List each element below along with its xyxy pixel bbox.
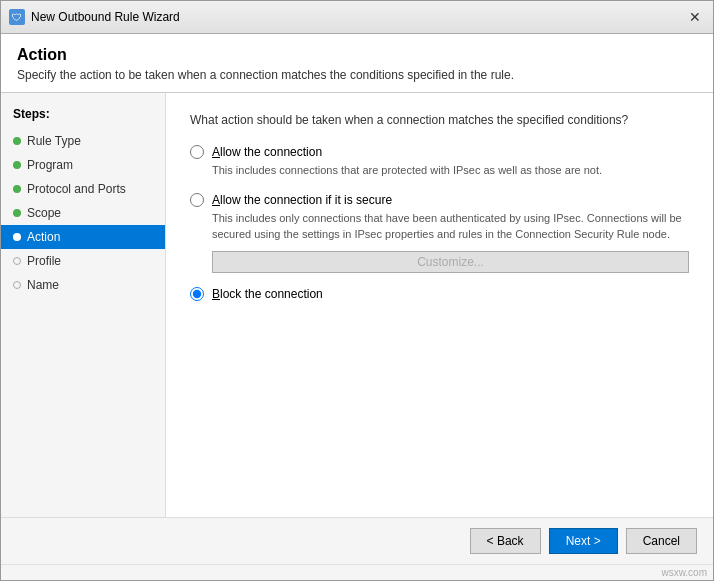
dot-protocol-ports [13,185,21,193]
option-allow: Allow the connection This includes conne… [190,145,689,179]
sidebar-label-rule-type: Rule Type [27,134,81,148]
option-block-title: Block the connection [212,287,323,301]
dot-rule-type [13,137,21,145]
page-title: Action [17,46,697,64]
sidebar-item-action: Action [1,225,165,249]
sidebar: Steps: Rule Type Program Protocol and Po… [1,93,166,517]
option-allow-title: Allow the connection [212,145,322,159]
title-bar: 🛡 New Outbound Rule Wizard ✕ [1,1,713,34]
dot-profile [13,257,21,265]
dot-scope [13,209,21,217]
main-panel: What action should be taken when a conne… [166,93,713,517]
option-allow-secure: Allow the connection if it is secure Thi… [190,193,689,273]
header-section: Action Specify the action to be taken wh… [1,34,713,93]
sidebar-item-profile: Profile [1,249,165,273]
sidebar-label-name: Name [27,278,59,292]
wizard-window: 🛡 New Outbound Rule Wizard ✕ Action Spec… [0,0,714,581]
content-area: Steps: Rule Type Program Protocol and Po… [1,93,713,517]
radio-allow[interactable] [190,145,204,159]
option-allow-secure-title: Allow the connection if it is secure [212,193,392,207]
sidebar-label-profile: Profile [27,254,61,268]
watermark: wsxw.com [1,564,713,580]
dot-name [13,281,21,289]
customize-button[interactable]: Customize... [212,251,689,273]
option-allow-desc: This includes connections that are prote… [212,162,689,179]
option-allow-label[interactable]: Allow the connection [190,145,689,159]
window-title: New Outbound Rule Wizard [31,10,180,24]
window-icon: 🛡 [9,9,25,25]
cancel-button[interactable]: Cancel [626,528,697,554]
dot-program [13,161,21,169]
header-description: Specify the action to be taken when a co… [17,68,697,82]
question-text: What action should be taken when a conne… [190,113,689,127]
footer: < Back Next > Cancel [1,517,713,564]
option-block-label[interactable]: Block the connection [190,287,689,301]
sidebar-label-protocol-ports: Protocol and Ports [27,182,126,196]
sidebar-label-scope: Scope [27,206,61,220]
dot-action [13,233,21,241]
sidebar-label-action: Action [27,230,60,244]
sidebar-label-program: Program [27,158,73,172]
sidebar-item-scope: Scope [1,201,165,225]
radio-block[interactable] [190,287,204,301]
close-button[interactable]: ✕ [685,7,705,27]
option-block: Block the connection [190,287,689,301]
option-allow-secure-desc: This includes only connections that have… [212,210,689,243]
sidebar-item-program: Program [1,153,165,177]
back-button[interactable]: < Back [470,528,541,554]
radio-allow-secure[interactable] [190,193,204,207]
sidebar-heading: Steps: [1,103,165,129]
next-button[interactable]: Next > [549,528,618,554]
title-bar-left: 🛡 New Outbound Rule Wizard [9,9,180,25]
sidebar-item-rule-type: Rule Type [1,129,165,153]
option-group: Allow the connection This includes conne… [190,145,689,301]
option-allow-secure-label[interactable]: Allow the connection if it is secure [190,193,689,207]
sidebar-item-name: Name [1,273,165,297]
sidebar-item-protocol-ports: Protocol and Ports [1,177,165,201]
